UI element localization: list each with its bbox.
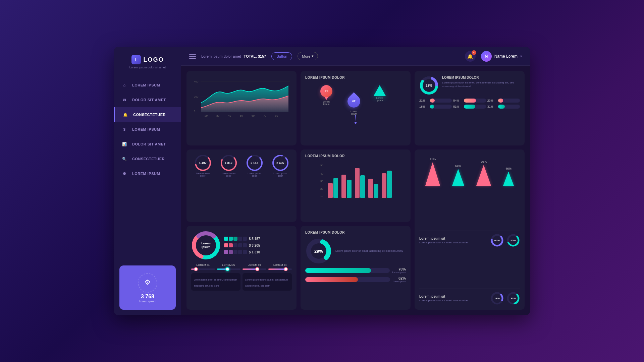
svg-text:40: 40 (228, 114, 231, 117)
svg-text:20: 20 (320, 187, 323, 190)
search-icon: 🔍 (121, 156, 127, 162)
topbar-left: Lorem ipsum dolor amet TOTAL: $157 Butto… (189, 52, 318, 60)
cone-2: 64% (452, 164, 464, 186)
svg-text:10: 10 (320, 194, 323, 197)
svg-text:30: 30 (320, 180, 323, 183)
pin-chart-title: LOREM IPSUM DOLOR (305, 76, 406, 79)
sidebar-widget: ⚙ 3 768 Lorem ipsum (119, 265, 176, 310)
sidebar-nav: ⌂ LOREM IPSUM ✉ DOLOR SIT AMET 🔔 CONSECT… (114, 74, 181, 260)
donut-top-pct: 22% (426, 84, 432, 87)
dollar-icon: $ (121, 126, 127, 132)
progress-section-1: 21% 54% 23% 18% (419, 99, 520, 109)
topbar-total: TOTAL: $157 (244, 54, 266, 58)
cone-3: 79% (476, 160, 491, 186)
svg-text:200: 200 (194, 95, 199, 98)
cone-4: 46% (503, 167, 514, 186)
notification-button[interactable]: 🔔 4 (465, 51, 476, 62)
svg-text:30: 30 (216, 114, 219, 117)
topbar-more-button[interactable]: More ▾ (298, 52, 318, 60)
donut-top-chart: 22% (419, 76, 439, 95)
settings-icon: ⚙ (121, 171, 127, 177)
donut-bar-rows: $ 5 157 $ 3 205 (224, 237, 292, 254)
logo-subtitle: Lorem ipsum dolor sit amet (129, 66, 166, 69)
mini-donut-1b: 55% (506, 234, 520, 247)
svg-text:60: 60 (252, 114, 255, 117)
slider-4: LOREM #4 (268, 263, 292, 270)
stat-circles: 1 407 Lorem ipsumdolor 1 812 (191, 154, 292, 177)
mini-donut-2b: 33% (506, 292, 520, 305)
sidebar-item-bell[interactable]: 🔔 CONSECTETUER (114, 107, 181, 122)
sidebar-item-gear[interactable]: ⚙ LOREM IPSUM (114, 166, 181, 181)
topbar: Lorem ipsum dolor amet TOTAL: $157 Butto… (181, 47, 530, 66)
sidebar-item-dollar[interactable]: $ LOREM IPSUM (114, 122, 181, 137)
pin-1: #1 Loremipsum (320, 85, 332, 105)
hamburger-menu[interactable] (189, 54, 196, 59)
slider-2: LOREM #2 (217, 263, 241, 270)
sliders-section: LOREM #1 LOREM #2 (191, 263, 292, 270)
torus-chart: 29% (305, 238, 332, 264)
topbar-button[interactable]: Button (271, 52, 292, 60)
mail-icon: ✉ (121, 97, 127, 103)
sidebar-item-bell-label: CONSECTETUER (133, 113, 166, 117)
bell-icon: 🔔 (122, 112, 128, 118)
svg-rect-31 (328, 183, 333, 198)
topbar-info: Lorem ipsum dolor amet TOTAL: $157 (201, 54, 266, 58)
user-area[interactable]: N Name Lorem ▾ (481, 51, 522, 62)
stat-circle-4: 2 405 Lorem ipsumdolor (272, 154, 289, 177)
widget-value: 3 768 (141, 294, 154, 300)
sidebar-item-mail-label: DOLOR SIT AMET (132, 98, 166, 102)
slider-1: LOREM #1 (191, 263, 215, 270)
sidebar-item-chart[interactable]: 📊 DOLOR SIT AMET (114, 137, 181, 152)
circle-ring-2: 1 812 (220, 154, 237, 172)
svg-rect-39 (382, 173, 386, 198)
widget-label: Lorem ipsum (139, 300, 156, 303)
mini-donut-2a: 18% (490, 292, 504, 305)
chevron-down-icon: ▾ (520, 54, 522, 58)
svg-rect-32 (333, 178, 338, 198)
donut-top-card: 22% LOREM IPSUM DOLOR Lorem ipsum dolor … (415, 71, 525, 145)
text-card-1: Lorem ipsum dolor sit amet, consectetuer… (191, 273, 240, 291)
topbar-description: Lorem ipsum dolor amet (201, 54, 241, 58)
mini-donut-1a: 64% (490, 234, 504, 247)
widget-gear-icon: ⚙ (137, 272, 158, 294)
svg-text:20: 20 (205, 114, 208, 117)
svg-rect-36 (360, 175, 365, 198)
cone-section: 91% 64% 79% (419, 154, 520, 189)
svg-text:0: 0 (194, 110, 196, 113)
stat-circle-2: 1 812 Lorem ipsumdolor (220, 154, 237, 177)
sidebar-item-mail[interactable]: ✉ DOLOR SIT AMET (114, 93, 181, 107)
sidebar-item-chart-label: DOLOR SIT AMET (132, 142, 166, 146)
svg-rect-38 (374, 184, 378, 198)
avatar: N (481, 51, 492, 62)
cones-card: 91% 64% 79% (415, 149, 525, 310)
stat-circle-1: 1 407 Lorem ipsumdolor (194, 154, 212, 177)
svg-text:⚙: ⚙ (145, 279, 151, 286)
sidebar-item-gear-label: LOREM IPSUM (132, 172, 160, 176)
sidebar-item-search[interactable]: 🔍 CONSECTETUER (114, 152, 181, 166)
svg-rect-40 (387, 171, 392, 198)
sidebar-item-dollar-label: LOREM IPSUM (132, 127, 160, 131)
svg-text:400: 400 (194, 80, 199, 83)
svg-rect-35 (355, 168, 360, 198)
circle-ring-3: 2 157 (246, 154, 263, 172)
svg-text:70: 70 (263, 114, 266, 117)
notification-badge: 4 (472, 50, 476, 55)
dashboard: 400 200 0 20 30 40 50 60 70 80 (181, 66, 530, 315)
pin-chart-card: LOREM IPSUM DOLOR #1 Loremipsum #2 (301, 71, 411, 145)
circle-ring-4: 2 405 (272, 154, 289, 172)
area-chart-card: 400 200 0 20 30 40 50 60 70 80 (186, 71, 297, 145)
half-donut-text: Lorem ipsum dolor sit amet, adipiscing e… (335, 249, 406, 253)
cone-1: 91% (425, 158, 440, 186)
logo-text: LOGO (144, 56, 164, 63)
sidebar-item-home[interactable]: ⌂ LOREM IPSUM (114, 78, 181, 93)
chart-icon: 📊 (121, 141, 127, 147)
pin-2: #2 Loremipsum (347, 95, 360, 115)
svg-rect-37 (368, 179, 373, 198)
area-chart: 400 200 0 20 30 40 50 60 70 80 (191, 76, 292, 119)
big-donut: Loremipsum (191, 231, 221, 260)
text-cards: Lorem ipsum dolor sit amet, consectetuer… (191, 273, 292, 291)
circle-ring-1: 1 407 (194, 154, 212, 172)
logo-icon: L (131, 55, 141, 64)
user-name: Name Lorem (494, 54, 518, 59)
big-donut-card: Loremipsum $ 5 157 (186, 226, 297, 310)
